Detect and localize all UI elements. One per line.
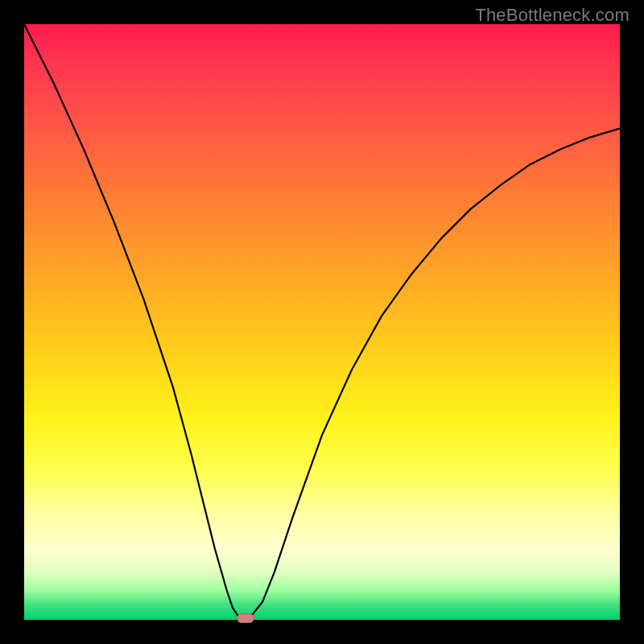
- watermark-text: TheBottleneck.com: [475, 5, 630, 26]
- chart-frame: TheBottleneck.com: [0, 0, 644, 644]
- optimal-point-marker: [237, 613, 254, 623]
- bottleneck-curve: [24, 24, 620, 620]
